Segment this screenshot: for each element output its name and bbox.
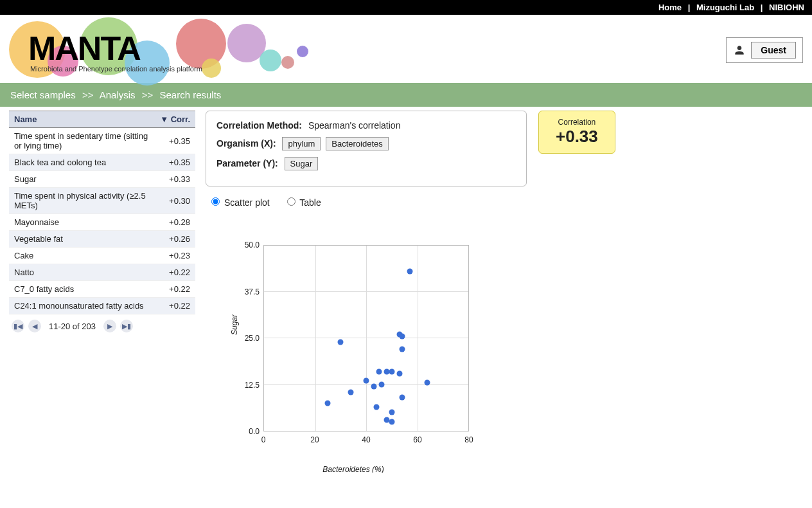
view-scatter-radio[interactable] <box>211 197 220 206</box>
data-point[interactable] <box>399 395 405 401</box>
data-point[interactable] <box>373 404 379 410</box>
pager-next-button[interactable]: ▶ <box>103 320 116 332</box>
data-point[interactable] <box>338 339 344 345</box>
row-corr: +0.35 <box>155 154 195 171</box>
row-corr: +0.35 <box>155 128 195 154</box>
col-corr-header[interactable]: ▼ Corr. <box>155 111 195 128</box>
row-corr: +0.26 <box>155 231 195 248</box>
method-label: Correlation Method: <box>216 120 302 131</box>
organism-x-label: Organism (X): <box>216 138 276 149</box>
row-corr: +0.22 <box>155 298 195 314</box>
nav-sep: | <box>757 3 767 12</box>
data-point[interactable] <box>399 347 405 352</box>
person-icon <box>733 44 746 57</box>
row-name: Natto <box>9 264 155 281</box>
user-menu[interactable]: Guest <box>726 37 803 63</box>
row-corr: +0.22 <box>155 264 195 281</box>
data-point[interactable] <box>378 382 384 388</box>
crumb-analysis[interactable]: Analysis <box>100 89 136 100</box>
data-point[interactable] <box>425 380 430 386</box>
data-point[interactable] <box>371 383 376 389</box>
data-point[interactable] <box>325 400 331 406</box>
data-point[interactable] <box>389 419 394 424</box>
data-point[interactable] <box>364 378 369 384</box>
crumb-sep: >> <box>138 89 157 100</box>
table-row[interactable]: Black tea and oolong tea+0.35 <box>9 154 195 171</box>
view-table-radio[interactable] <box>287 197 296 206</box>
row-corr: +0.33 <box>155 171 195 188</box>
crumb-sep: >> <box>78 89 98 100</box>
view-switch: Scatter plot Table <box>206 186 803 213</box>
x-tick: 40 <box>362 435 370 444</box>
table-row[interactable]: Mayonnaise+0.28 <box>9 214 195 231</box>
y-tick: 50.0 <box>245 240 260 249</box>
sort-desc-icon: ▼ <box>160 114 168 124</box>
y-tick: 12.5 <box>245 381 260 390</box>
nav-sep: | <box>684 3 694 12</box>
row-corr: +0.23 <box>155 248 195 264</box>
table-row[interactable]: Time spent in physical activity (≥2.5 ME… <box>9 188 195 214</box>
user-button[interactable]: Guest <box>751 42 796 59</box>
correlation-info-panel: Correlation Method: Spearman's correlati… <box>206 111 527 186</box>
y-axis-label: Sugar <box>230 314 239 335</box>
row-name: Black tea and oolong tea <box>9 154 155 171</box>
crumb-search-results: Search results <box>160 89 222 100</box>
row-name: Time spent in sedentary time (sitting or… <box>9 128 155 154</box>
table-row[interactable]: Time spent in sedentary time (sitting or… <box>9 128 195 154</box>
data-point[interactable] <box>407 269 412 275</box>
data-point[interactable] <box>396 370 402 376</box>
method-value: Spearman's correlation <box>308 120 401 131</box>
row-corr: +0.28 <box>155 214 195 231</box>
row-name: Mayonnaise <box>9 214 155 231</box>
view-scatter-label: Scatter plot <box>224 197 270 208</box>
x-tick: 60 <box>413 435 421 444</box>
logo: MANTA Microbiota and Phenotype correlati… <box>9 21 298 79</box>
pager-prev-button[interactable]: ◀ <box>28 320 41 332</box>
results-sidebar: Name ▼ Corr. Time spent in sedentary tim… <box>9 111 195 457</box>
parameter-tag[interactable]: Sugar <box>285 157 319 170</box>
data-point[interactable] <box>399 334 405 340</box>
pager: ▮◀ ◀ 11-20 of 203 ▶ ▶▮ <box>9 314 195 338</box>
table-row[interactable]: C24:1 monounsaturated fatty acids+0.22 <box>9 298 195 314</box>
row-corr: +0.22 <box>155 281 195 298</box>
parameter-y-label: Parameter (Y): <box>216 158 278 168</box>
data-point[interactable] <box>348 389 354 395</box>
pager-last-button[interactable]: ▶▮ <box>120 320 133 332</box>
row-name: C7_0 fatty acids <box>9 281 155 298</box>
table-row[interactable]: C7_0 fatty acids+0.22 <box>9 281 195 298</box>
data-point[interactable] <box>376 368 382 374</box>
logo-subtitle: Microbiota and Phenotype correlation ana… <box>30 65 202 73</box>
data-point[interactable] <box>389 368 394 374</box>
organism-level-tag[interactable]: phylum <box>282 137 321 150</box>
correlation-badge-title: Correlation <box>556 118 598 127</box>
view-table-option[interactable]: Table <box>284 197 321 208</box>
correlation-badge-value: +0.33 <box>556 127 598 147</box>
row-name: Cake <box>9 248 155 264</box>
table-row[interactable]: Cake+0.23 <box>9 248 195 264</box>
crumb-select-samples[interactable]: Select samples <box>10 89 76 100</box>
pager-first-button[interactable]: ▮◀ <box>12 320 24 332</box>
plot-area <box>263 245 469 431</box>
x-tick: 80 <box>464 435 473 444</box>
x-axis-label: Bacteroidetes (%) <box>231 465 475 473</box>
row-name: Vegetable fat <box>9 231 155 248</box>
pager-range: 11-20 of 203 <box>45 322 100 331</box>
nav-home[interactable]: Home <box>658 3 682 12</box>
nav-org[interactable]: NIBIOHN <box>769 3 804 12</box>
y-tick: 25.0 <box>245 334 260 343</box>
data-point[interactable] <box>389 410 394 415</box>
nav-lab[interactable]: Mizuguchi Lab <box>696 3 754 12</box>
y-tick: 37.5 <box>245 287 260 296</box>
breadcrumb: Select samples >> Analysis >> Search res… <box>0 83 812 107</box>
row-name: Sugar <box>9 171 155 188</box>
logo-text: MANTA <box>28 29 140 68</box>
table-row[interactable]: Natto+0.22 <box>9 264 195 281</box>
view-scatter-option[interactable]: Scatter plot <box>208 197 272 208</box>
row-name: Time spent in physical activity (≥2.5 ME… <box>9 188 155 214</box>
table-row[interactable]: Vegetable fat+0.26 <box>9 231 195 248</box>
x-tick: 0 <box>261 435 266 444</box>
col-name-header[interactable]: Name <box>9 111 155 128</box>
organism-name-tag[interactable]: Bacteroidetes <box>326 137 389 150</box>
table-row[interactable]: Sugar+0.33 <box>9 171 195 188</box>
y-tick: 0.0 <box>249 427 260 436</box>
